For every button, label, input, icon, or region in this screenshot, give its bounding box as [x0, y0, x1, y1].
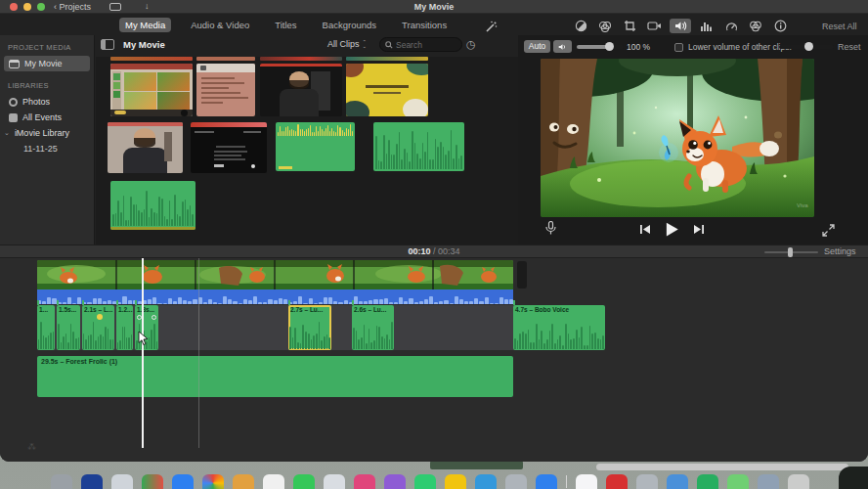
skip-forward-icon[interactable] [693, 224, 704, 235]
lower-volume-slider[interactable] [779, 45, 834, 49]
volume-slider[interactable] [577, 45, 624, 49]
clip-info-icon[interactable] [771, 19, 789, 33]
clip-label: 2.6s – Lu... [354, 306, 386, 313]
tab-backgrounds[interactable]: Backgrounds [317, 18, 382, 32]
dock-icon[interactable] [636, 474, 658, 489]
browser-title: My Movie [123, 39, 165, 50]
sidebar-toggle-icon[interactable] [101, 39, 114, 50]
clip-filter-dropdown[interactable]: All Clips ⌃⌄ [327, 39, 367, 49]
clip-end-handle[interactable] [517, 261, 527, 289]
clip-label: 4.7s – Bobo Voice [515, 306, 569, 313]
media-thumbnail-screen-recording[interactable] [110, 64, 193, 116]
reset-all-button[interactable]: Reset All [822, 22, 857, 31]
volume-slider-knob[interactable] [605, 42, 614, 51]
play-button-icon[interactable] [665, 222, 679, 237]
media-thumbnail-webcam[interactable] [108, 122, 183, 173]
lower-volume-checkbox[interactable] [674, 43, 683, 52]
chevron-down-icon[interactable]: ⌄ [4, 129, 10, 137]
background-music-clip[interactable]: 29.5s – Forest Frolic (1) [37, 356, 513, 397]
dock-icon[interactable] [172, 474, 194, 489]
dock-icon[interactable] [475, 474, 497, 489]
dock-icon[interactable] [384, 474, 406, 489]
dock-trash-icon[interactable] [788, 474, 809, 489]
volume-icon[interactable] [670, 19, 691, 33]
dock-icon[interactable] [81, 474, 103, 489]
stabilization-icon[interactable] [645, 19, 663, 33]
clipped-thumbnail-row [110, 57, 193, 61]
playhead[interactable] [142, 258, 144, 448]
enhance-wand-icon[interactable] [484, 20, 498, 37]
recent-clips-icon[interactable]: ◷ [466, 38, 476, 51]
dock-icon[interactable] [697, 474, 718, 489]
audio-clip-selected[interactable]: 2.7s – Lu... [288, 305, 331, 350]
dock-icon[interactable] [51, 474, 72, 489]
media-thumbnail-audio-yellow[interactable] [276, 122, 355, 171]
sidebar-item-imovie-library[interactable]: ⌄ iMovie Library [0, 125, 94, 141]
audio-clip[interactable]: 1.2... [116, 305, 133, 350]
audio-clip[interactable]: 1... [37, 305, 55, 350]
skip-back-icon[interactable] [640, 224, 651, 235]
lower-volume-label: Lower volume of other clips: [688, 42, 792, 52]
dock-icon[interactable] [536, 474, 557, 489]
fullscreen-icon[interactable] [822, 223, 835, 241]
dock-icon[interactable] [142, 474, 163, 489]
dock-icon[interactable] [445, 474, 466, 489]
tab-titles[interactable]: Titles [269, 18, 302, 32]
color-correction-icon[interactable] [596, 19, 614, 33]
sidebar-item-library-date[interactable]: 11-11-25 [0, 141, 94, 156]
timeline-zoom-knob[interactable] [788, 247, 793, 257]
timecode: 00:10 / 00:34 [0, 246, 868, 256]
audio-clip[interactable]: 2.1s – L... [82, 305, 114, 350]
dock-icon[interactable] [354, 474, 375, 489]
dock-icon[interactable] [293, 474, 315, 489]
dock-icon[interactable] [667, 474, 688, 489]
audio-clip[interactable]: 1.5s... [57, 305, 80, 350]
video-preview[interactable]: Viva [541, 59, 814, 217]
search-input[interactable] [396, 40, 455, 50]
star-box-icon [9, 113, 18, 122]
reset-button[interactable]: Reset [838, 42, 861, 52]
dock-icon[interactable] [263, 474, 284, 489]
media-thumbnail-slide[interactable] [346, 64, 428, 116]
crop-icon[interactable] [621, 19, 638, 33]
media-thumbnail-terminal[interactable] [191, 122, 267, 173]
clipped-thumbnail-row [260, 57, 342, 61]
clip-label: 1.2... [118, 306, 132, 313]
dock-icon[interactable] [606, 474, 628, 489]
audio-clip[interactable]: 2.6s – Lu... [352, 305, 394, 350]
search-field[interactable] [379, 37, 462, 52]
tab-transitions[interactable]: Transitions [396, 18, 453, 32]
dock-icon[interactable] [202, 474, 224, 489]
tab-audio-video[interactable]: Audio & Video [185, 18, 255, 32]
sidebar-item-photos[interactable]: Photos [0, 94, 94, 110]
fade-handle[interactable] [152, 315, 156, 320]
clipped-thumbnail-row [346, 57, 428, 61]
dock-icon[interactable] [727, 474, 749, 489]
mute-button[interactable] [553, 40, 572, 53]
clip-filters-icon[interactable] [747, 19, 764, 33]
sidebar-item-my-movie[interactable]: My Movie [4, 56, 90, 71]
media-thumbnail-audio-waveform[interactable] [373, 122, 464, 171]
media-thumbnail-audio-waveform[interactable] [110, 181, 195, 230]
speed-icon[interactable] [722, 19, 740, 33]
media-thumbnail-presenter[interactable] [260, 64, 342, 116]
lower-volume-slider-knob[interactable] [804, 42, 813, 51]
clip-label: 29.5s – Forest Frolic (1) [41, 358, 117, 365]
dock-icon[interactable] [233, 474, 254, 489]
dock-icon[interactable] [758, 474, 779, 489]
dock-icon[interactable] [505, 474, 527, 489]
tab-my-media[interactable]: My Media [119, 18, 171, 32]
voiceover-mic-icon[interactable] [545, 221, 556, 240]
timeline-settings-button[interactable]: Settings [824, 246, 856, 256]
dock-icon[interactable] [414, 474, 436, 489]
noise-reduction-icon[interactable] [698, 19, 716, 33]
dock-icon[interactable] [576, 474, 597, 489]
video-clip-filmstrip[interactable] [37, 260, 513, 289]
color-balance-icon[interactable] [572, 19, 589, 33]
audio-clip[interactable]: 4.7s – Bobo Voice [513, 305, 605, 350]
dock-icon[interactable] [324, 474, 345, 489]
media-thumbnail-document[interactable] [196, 64, 255, 116]
dock-icon[interactable] [111, 474, 133, 489]
auto-volume-button[interactable]: Auto [524, 40, 550, 53]
sidebar-item-all-events[interactable]: All Events [0, 110, 94, 125]
